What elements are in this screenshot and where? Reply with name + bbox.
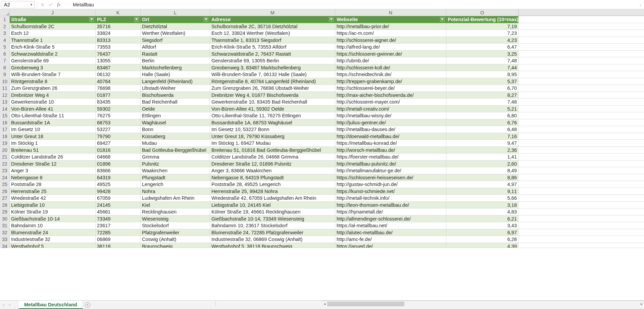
cell-adresse[interactable]: Drebnitzer Weg 4, 01877 Bischofswerda xyxy=(210,92,335,99)
cell-ort[interactable]: Lengerich xyxy=(141,181,210,188)
cell-webseite[interactable]: http://gustav-schmidt-jun.de/ xyxy=(335,181,446,188)
scroll-left-icon[interactable]: ◂ xyxy=(322,301,327,307)
header-cell-k[interactable]: PLZ xyxy=(96,16,141,23)
cell-webseite[interactable]: http://metall-creativ.com/ xyxy=(335,106,446,113)
row-header[interactable]: 16 xyxy=(0,119,10,126)
cell-adresse[interactable]: Otto-Lilienthal-Straße 11, 76275 Ettling… xyxy=(210,112,335,119)
cell-strasse[interactable]: Drebnitzer Weg 4 xyxy=(10,92,96,99)
cell-adresse[interactable]: Gießbachstraße 10-14, 73349 Wiesensteig xyxy=(210,215,335,223)
cell-potenzial[interactable]: 3,43 xyxy=(446,222,518,229)
accept-formula-icon[interactable] xyxy=(47,1,55,8)
col-header-k[interactable]: K xyxy=(96,9,141,16)
cell-potenzial[interactable]: 7,48 xyxy=(446,99,518,106)
cell-adresse[interactable]: Schulbornstraße 2C, 35716 Dietzhölztal xyxy=(210,23,335,30)
cell-adresse[interactable]: Kölner Straße 19, 45661 Recklinghausen xyxy=(210,208,335,215)
cell-strasse[interactable]: Poststraße 28 xyxy=(10,181,96,188)
cell-ort[interactable]: Werther (Westfalen) xyxy=(141,30,210,37)
cell-potenzial[interactable]: 8,27 xyxy=(446,92,518,99)
cell-potenzial[interactable]: 6,47 xyxy=(446,44,518,51)
row-header[interactable]: 19 xyxy=(0,140,10,147)
cell-webseite[interactable]: https://schlosserei-heisseseisen.de/ xyxy=(335,174,446,181)
cell-strasse[interactable]: Blumenstraße 24 xyxy=(10,229,96,236)
row-header[interactable]: 2 xyxy=(0,23,10,30)
filter-icon[interactable] xyxy=(329,17,334,22)
cell-webseite[interactable]: http://treppen-grabenkamp.de/ xyxy=(335,78,446,85)
header-cell-n[interactable]: Webseite xyxy=(335,16,446,23)
cell-strasse[interactable]: Röntgenstraße 8 xyxy=(10,78,96,85)
cell-adresse[interactable]: Thannstraße 1, 83313 Siegsdorf xyxy=(210,37,335,44)
cell-strasse[interactable]: Breitenau 51 xyxy=(10,147,96,154)
cell-plz[interactable]: 38118 xyxy=(96,243,141,248)
row-header[interactable]: 4 xyxy=(0,37,10,44)
cell-webseite[interactable]: https://kunst-schmiede.net/ xyxy=(335,188,446,195)
cell-plz[interactable]: 49525 xyxy=(96,181,141,188)
cell-adresse[interactable]: Esch 12, 33824 Werther (Westfalen) xyxy=(210,30,335,37)
cell-potenzial[interactable]: 5,21 xyxy=(446,106,518,113)
row-header[interactable]: 8 xyxy=(0,64,10,71)
row-header[interactable]: 18 xyxy=(0,133,10,140)
col-header-n[interactable]: N xyxy=(335,9,446,16)
cell-potenzial[interactable]: 6,21 xyxy=(446,215,518,223)
cell-plz[interactable]: 59302 xyxy=(96,106,141,113)
cell-potenzial[interactable]: 6,76 xyxy=(446,119,518,126)
cell-plz[interactable]: 35716 xyxy=(96,23,141,30)
cell-adresse[interactable]: Greobenweg 3, 83487 Marktschellenberg xyxy=(210,64,335,71)
row-header[interactable]: 17 xyxy=(0,126,10,133)
cell-plz[interactable]: 76275 xyxy=(96,112,141,119)
row-header[interactable]: 25 xyxy=(0,181,10,188)
col-header-m[interactable]: M xyxy=(210,9,335,16)
row-header-1[interactable]: 1 xyxy=(0,16,10,23)
row-header[interactable]: 32 xyxy=(0,229,10,236)
cell-strasse[interactable]: Unter Greut 18 xyxy=(10,133,96,140)
cell-adresse[interactable]: Im Gesetz 10, 53227 Bonn xyxy=(210,126,335,133)
cell-potenzial[interactable]: 6,70 xyxy=(446,85,518,92)
cell-adresse[interactable]: Herrenstraße 25, 99428 Nohra xyxy=(210,188,335,195)
row-header[interactable]: 23 xyxy=(0,167,10,174)
cell-ort[interactable]: Rastatt xyxy=(141,51,210,58)
row-header[interactable]: 10 xyxy=(0,78,10,85)
row-header[interactable]: 22 xyxy=(0,161,10,168)
scroll-right-icon[interactable]: ▸ xyxy=(639,301,644,307)
cell-potenzial[interactable]: 7,19 xyxy=(446,23,518,30)
row-header[interactable]: 30 xyxy=(0,215,10,223)
row-header[interactable]: 14 xyxy=(0,106,10,113)
cell-webseite[interactable]: http://metallmanufaktur-ge.de/ xyxy=(335,167,446,174)
cell-strasse[interactable]: Willi-Brundert-Straße 7 xyxy=(10,71,96,78)
cell-adresse[interactable]: Breitenau 51, 01816 Bad Gottleuba-Berggi… xyxy=(210,147,335,154)
cell-potenzial[interactable]: 2,36 xyxy=(446,147,518,154)
cell-webseite[interactable]: https://foerster-metallbau.de/ xyxy=(335,153,446,161)
cell-plz[interactable]: 24145 xyxy=(96,202,141,209)
cell-ort[interactable]: Bischofswerda xyxy=(141,92,210,99)
filter-icon[interactable] xyxy=(134,17,139,22)
cell-potenzial[interactable]: 4,23 xyxy=(446,37,518,44)
cell-webseite[interactable]: https://schneidtechnik.de/ xyxy=(335,71,446,78)
cell-potenzial[interactable]: 7,44 xyxy=(446,64,518,71)
cell-plz[interactable]: 04668 xyxy=(96,153,141,161)
cell-plz[interactable]: 45661 xyxy=(96,208,141,215)
header-cell-j[interactable]: Straße xyxy=(10,16,96,23)
cell-webseite[interactable]: http://metall-technik.info/ xyxy=(335,195,446,202)
cell-strasse[interactable]: Greobenweg 3 xyxy=(10,64,96,71)
cell-ort[interactable]: Pulsnitz xyxy=(141,161,210,168)
sheet-tab-active[interactable]: Metallbau Deutschland xyxy=(19,301,83,309)
cell-plz[interactable]: 33824 xyxy=(96,30,141,37)
cell-strasse[interactable]: Gießbachstraße 10-14 xyxy=(10,215,96,223)
cell-plz[interactable]: 83666 xyxy=(96,167,141,174)
cell-potenzial[interactable]: 8,86 xyxy=(446,174,518,181)
cell-potenzial[interactable]: 4,83 xyxy=(446,208,518,215)
formula-input[interactable]: Metallbau xyxy=(63,2,637,7)
filter-icon[interactable] xyxy=(440,17,445,22)
cell-strasse[interactable]: Gewerkenstraße 10 xyxy=(10,99,96,106)
tab-split-handle-icon[interactable]: ⋮ xyxy=(213,301,218,309)
col-header-o[interactable]: O xyxy=(446,9,518,16)
cell-ort[interactable]: Ubstadt-Weiher xyxy=(141,85,210,92)
cell-ort[interactable]: Ettlingen xyxy=(141,112,210,119)
cell-adresse[interactable]: Blumenstraße 24, 72285 Pfalzgrafenweiler xyxy=(210,229,335,236)
cell-webseite[interactable]: http://amc-fe.de/ xyxy=(335,236,446,243)
cell-plz[interactable]: 53227 xyxy=(96,126,141,133)
filter-icon[interactable] xyxy=(89,17,94,22)
col-header-j[interactable]: J xyxy=(10,9,96,16)
cell-potenzial[interactable]: 9,11 xyxy=(446,188,518,195)
cell-webseite[interactable]: http://schlosserei-koll.de/ xyxy=(335,64,446,71)
cell-potenzial[interactable]: 7,48 xyxy=(446,57,518,64)
